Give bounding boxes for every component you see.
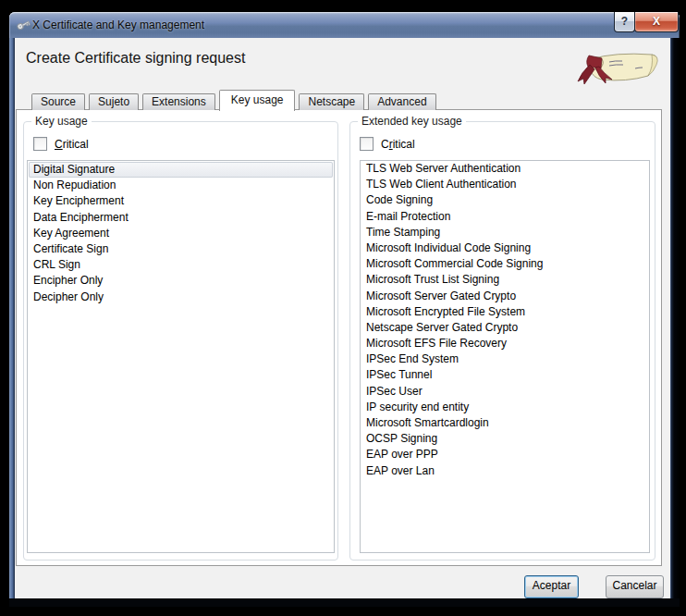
list-item[interactable]: Netscape Server Gated Crypto (361, 320, 649, 336)
tab-item[interactable]: Netscape (299, 93, 364, 110)
titlebar: X Certificate and Key management ? X (9, 12, 680, 38)
list-item[interactable]: IPSec User (361, 384, 649, 400)
list-item[interactable]: EAP over PPP (361, 447, 649, 462)
key-usage-group-label: Key usage (31, 115, 92, 128)
window-title: X Certificate and Key management (32, 18, 204, 31)
list-item[interactable]: TLS Web Server Authentication (361, 161, 649, 177)
list-item[interactable]: IPSec Tunnel (361, 367, 649, 383)
dialog-client-area: Create Certificate signing request Sourc… (15, 38, 670, 598)
extended-key-usage-list[interactable]: TLS Web Server AuthenticationTLS Web Cli… (360, 160, 650, 553)
list-item[interactable]: Microsoft Individual Code Signing (361, 240, 649, 256)
list-item[interactable]: Microsoft Server Gated Crypto (361, 289, 649, 304)
tab-page: Key usage Critical Digital SignatureNon … (16, 109, 662, 566)
tab-item[interactable]: Sujeto (89, 93, 139, 110)
key-usage-list[interactable]: Digital SignatureNon RepudiationKey Enci… (27, 160, 335, 553)
tab-item[interactable]: Advanced (368, 93, 435, 110)
extended-key-usage-group-label: Extended key usage (358, 115, 466, 128)
accept-button[interactable]: Aceptar (524, 575, 579, 598)
close-button[interactable]: X (634, 12, 679, 32)
list-item[interactable]: Key Encipherment (28, 193, 334, 209)
extended-key-usage-critical-checkbox[interactable]: Critical (360, 137, 415, 151)
list-item[interactable]: Data Encipherment (28, 210, 334, 226)
list-item[interactable]: E-mail Protection (361, 209, 649, 225)
xca-certificate-logo-icon (570, 44, 663, 91)
page-title: Create Certificate signing request (26, 50, 245, 67)
list-item[interactable]: IPSec End System (361, 351, 649, 367)
list-item[interactable]: TLS Web Client Authentication (361, 177, 649, 192)
list-item[interactable]: Time Stamping (361, 225, 649, 240)
list-item[interactable]: CRL Sign (28, 257, 334, 273)
tab-item[interactable]: Extensions (142, 93, 215, 110)
list-item[interactable]: Microsoft Trust List Signing (361, 272, 649, 288)
list-item[interactable]: Microsoft EFS File Recovery (361, 336, 649, 351)
checkbox-label: Critical (55, 138, 89, 151)
checkbox-box[interactable] (33, 137, 47, 151)
list-item[interactable]: Certificate Sign (28, 241, 334, 257)
key-icon (16, 18, 31, 32)
list-item[interactable]: Digital Signature (29, 162, 333, 178)
list-item[interactable]: IP security end entity (361, 400, 649, 415)
list-item[interactable]: Microsoft Commercial Code Signing (361, 256, 649, 272)
list-item[interactable]: Decipher Only (28, 290, 334, 305)
checkbox-box[interactable] (360, 137, 374, 151)
key-usage-group: Key usage Critical Digital SignatureNon … (23, 121, 338, 561)
tab-item[interactable]: Key usage (219, 90, 296, 111)
tab-bar: SourceSujetoExtensionsKey usageNetscapeA… (31, 89, 440, 110)
key-usage-critical-checkbox[interactable]: Critical (33, 137, 89, 151)
window-frame-right (670, 38, 680, 598)
list-item[interactable]: EAP over Lan (361, 463, 649, 479)
help-button[interactable]: ? (614, 12, 635, 32)
list-item[interactable]: Non Repudiation (28, 178, 334, 193)
window-frame-bottom (9, 598, 680, 607)
cancel-button[interactable]: Cancelar (606, 575, 664, 598)
extended-key-usage-group: Extended key usage Critical TLS Web Serv… (349, 121, 655, 561)
list-item[interactable]: Encipher Only (28, 273, 334, 289)
list-item[interactable]: Key Agreement (28, 226, 334, 241)
tab-item[interactable]: Source (31, 93, 85, 110)
list-item[interactable]: Microsoft Encrypted File System (361, 304, 649, 320)
checkbox-label: Critical (381, 138, 415, 151)
list-item[interactable]: Code Signing (361, 192, 649, 208)
list-item[interactable]: OCSP Signing (361, 431, 649, 447)
list-item[interactable]: Microsoft Smartcardlogin (361, 415, 649, 431)
dialog-window: X Certificate and Key management ? X Cre… (9, 12, 680, 607)
